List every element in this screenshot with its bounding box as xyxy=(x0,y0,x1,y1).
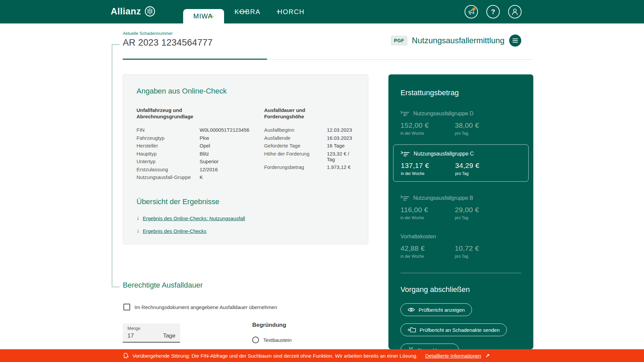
context-menu-button[interactable] xyxy=(509,35,521,47)
kv-key: Höhe der Forderung xyxy=(264,151,327,162)
kv-key: Erstzulassung xyxy=(137,167,200,172)
duration-heading: Ausfalldauer und Forderungshöhe xyxy=(264,107,341,120)
day-caption: pro Tag xyxy=(455,171,521,176)
kv-key: Haupttyp xyxy=(137,151,200,157)
kv-key: Ausfallbeginn xyxy=(264,127,327,133)
duration-kv-table: Ausfallbeginn12.03.2023 Ausfallende16.03… xyxy=(264,127,355,170)
button-label: Prüfbericht an Schadenakte senden xyxy=(420,327,500,333)
kv-value: 1.973,12 € xyxy=(327,164,355,170)
header-divider-active-segment xyxy=(123,59,267,60)
download-link-online-check[interactable]: ↓ Ergebnis des Online-Checks xyxy=(137,228,355,234)
kobra-logo-dash xyxy=(239,11,247,12)
main-container: Aktuelle Schadennummer AR 2023 123456477… xyxy=(111,23,533,362)
pgf-badge: PGF xyxy=(391,36,407,45)
begruendung-title: Begründung xyxy=(252,322,286,328)
day-amount: 34,29 € xyxy=(455,162,521,170)
online-check-card: Angaben aus Online-Check Unfallfahrzeug … xyxy=(123,74,368,244)
vehicle-heading: Unfallfahrzeug und Abrechnungsgrundlage xyxy=(137,107,214,120)
notification-dot xyxy=(473,7,476,10)
neuer-vorgang-button[interactable]: Neuer Vorgang xyxy=(400,344,459,349)
download-icon: ↓ xyxy=(137,215,140,222)
day-caption: pro Tag xyxy=(455,216,521,220)
pruefbericht-senden-button[interactable]: Prüfbericht an Schadenakte senden xyxy=(400,323,507,336)
day-caption: pro Tag xyxy=(455,254,521,259)
week-amount: 137,17 € xyxy=(401,162,455,170)
results-title: Übersicht der Ergebnisse xyxy=(137,197,355,206)
tab-miwa-plus: + xyxy=(210,12,214,21)
tab-kobra-label: KOBRA xyxy=(234,8,261,15)
group-label: Nutzungsausfallgruppe D xyxy=(413,111,474,117)
kv-value: Blitz xyxy=(200,151,264,157)
external-link-arrow-icon: ↗ xyxy=(485,353,490,359)
tab-horch-label: HORCH xyxy=(277,8,305,16)
eye-icon xyxy=(408,307,415,312)
help-button[interactable]: ? xyxy=(486,5,500,18)
kv-key: Fahrzeugtyp xyxy=(137,135,200,141)
question-mark-icon: ? xyxy=(491,8,495,16)
nutzungsausfallgruppe-d[interactable]: Nutzungsausfallgruppe D 152,00 € in der … xyxy=(400,111,521,136)
kv-value: K xyxy=(200,174,264,180)
kv-key: Ausfallende xyxy=(264,135,327,141)
kv-key: Hersteller xyxy=(137,143,200,148)
kv-value: 12/2016 xyxy=(200,167,264,172)
berechtigte-ausfalldauer-title: Berechtigte Ausfalldauer xyxy=(123,281,203,290)
nutzungsausfallgruppe-c-selected[interactable]: Nutzungsausfallgruppe C 137,17 € in der … xyxy=(393,144,529,182)
day-amount: 29,00 € xyxy=(455,206,521,214)
download-link-label: Ergebnis des Online-Checks xyxy=(143,228,207,234)
tab-miwa[interactable]: MIWA + xyxy=(183,9,224,23)
uebernehmen-checkbox[interactable] xyxy=(123,304,130,310)
allianz-wordmark: Allianz xyxy=(111,6,141,17)
claim-number-label: Aktuelle Schadennummer xyxy=(123,31,173,36)
kv-value: 16.03.2023 xyxy=(327,135,355,141)
profile-button[interactable] xyxy=(508,5,522,18)
vorhaltekosten-label: Vorhaltekosten xyxy=(400,234,521,240)
group-list-icon xyxy=(401,151,410,157)
kv-value: Opel xyxy=(200,143,264,148)
textbaustein-radio-label: Textbaustein xyxy=(263,337,291,343)
kv-value: Superior xyxy=(200,159,264,164)
group-label: Nutzungsausfallgruppe B xyxy=(413,195,473,201)
week-caption: in der Woche xyxy=(400,254,455,259)
week-caption: in der Woche xyxy=(400,216,455,220)
week-caption: in der Woche xyxy=(401,171,455,176)
kv-value: 16 Tage xyxy=(327,143,355,148)
day-caption: pro Tag xyxy=(455,131,521,136)
kv-key: Nutzungsausfall-Gruppe xyxy=(137,174,200,180)
panel-divider xyxy=(400,273,521,273)
erstattungsbetrag-title: Erstattungsbetrag xyxy=(400,88,521,97)
textbaustein-radio[interactable] xyxy=(252,337,259,343)
week-amount: 116,00 € xyxy=(400,206,455,214)
hamburger-icon xyxy=(513,39,518,39)
kv-key: Untertyp xyxy=(137,159,200,164)
download-link-nutzungsausfall[interactable]: ↓ Ergebnis des Online-Checks: Nutzungsau… xyxy=(137,215,355,222)
download-link-label: Ergebnis des Online-Checks: Nutzungsausf… xyxy=(143,216,245,221)
uebernehmen-checkbox-label: Im Rechnungsdokument angegebene Ausfalld… xyxy=(135,304,277,310)
kv-value: 12.03.2023 xyxy=(327,127,355,133)
alert-message: Vorübergehende Störung: Die FIN-Abfrage … xyxy=(132,353,418,359)
group-label: Nutzungsausfallgruppe C xyxy=(414,151,474,157)
nutzungsausfallgruppe-b[interactable]: Nutzungsausfallgruppe B 116,00 € in der … xyxy=(400,195,521,220)
menge-label: Menge xyxy=(127,326,175,331)
alert-link[interactable]: Detaillierte Informationen xyxy=(425,353,481,359)
button-label: Prüfbericht anzeigen xyxy=(419,307,465,313)
menge-field[interactable]: Menge Tage xyxy=(123,323,180,343)
week-amount: 42,88 € xyxy=(400,244,455,252)
kv-key: Geforderte Tage xyxy=(264,143,327,148)
vorgang-abschliessen-title: Vorgang abschließen xyxy=(400,285,521,294)
tab-horch[interactable]: + HORCH xyxy=(276,0,305,23)
bell-icon xyxy=(123,352,129,359)
menge-unit: Tage xyxy=(163,333,175,339)
vehicle-kv-table: FINW0L000051T2123456 FahrzeugtypPkw Hers… xyxy=(137,127,264,180)
allianz-logo: Allianz xyxy=(111,6,156,17)
week-amount: 152,00 € xyxy=(400,121,455,129)
day-amount: 38,00 € xyxy=(455,121,521,129)
menge-input[interactable] xyxy=(127,333,148,339)
pruefbericht-anzeigen-button[interactable]: Prüfbericht anzeigen xyxy=(400,303,472,316)
group-list-icon xyxy=(400,195,409,201)
kv-key: Forderungsbetrag xyxy=(264,164,327,170)
tab-kobra[interactable]: KOBRA xyxy=(234,0,261,23)
announcements-button[interactable] xyxy=(465,5,478,18)
send-to-folder-icon xyxy=(408,327,416,333)
vorhaltekosten-block: Vorhaltekosten 42,88 € in der Woche 10,7… xyxy=(400,234,521,259)
person-icon xyxy=(510,7,520,16)
